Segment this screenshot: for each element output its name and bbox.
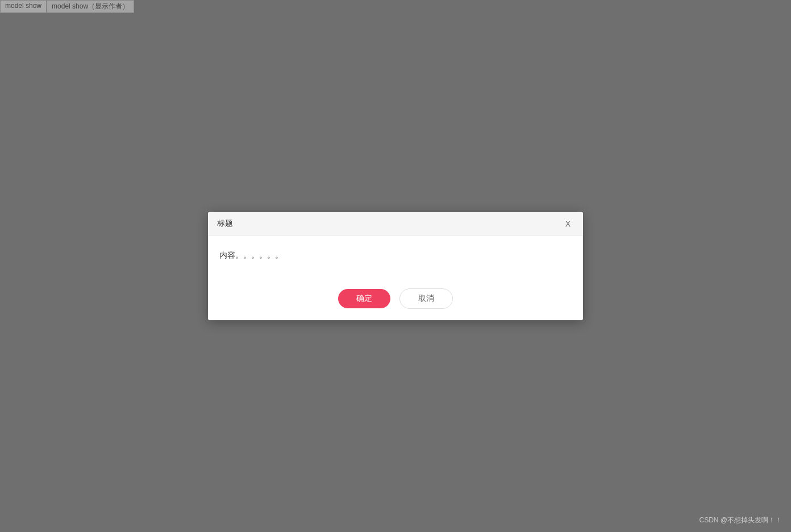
modal-close-button[interactable]: X xyxy=(562,219,574,229)
modal-title: 标题 xyxy=(217,219,233,229)
watermark: CSDN @不想掉头发啊！！ xyxy=(699,516,782,525)
modal-overlay: 标题 X 内容。。。。。。 确定 取消 xyxy=(0,0,791,532)
modal-body: 内容。。。。。。 xyxy=(208,236,583,282)
modal-content-text: 内容。。。。。。 xyxy=(219,250,283,259)
confirm-button[interactable]: 确定 xyxy=(338,289,390,308)
modal-footer: 确定 取消 xyxy=(208,282,583,320)
cancel-button[interactable]: 取消 xyxy=(399,288,453,309)
modal-header: 标题 X xyxy=(208,212,583,236)
modal-dialog: 标题 X 内容。。。。。。 确定 取消 xyxy=(208,212,583,320)
